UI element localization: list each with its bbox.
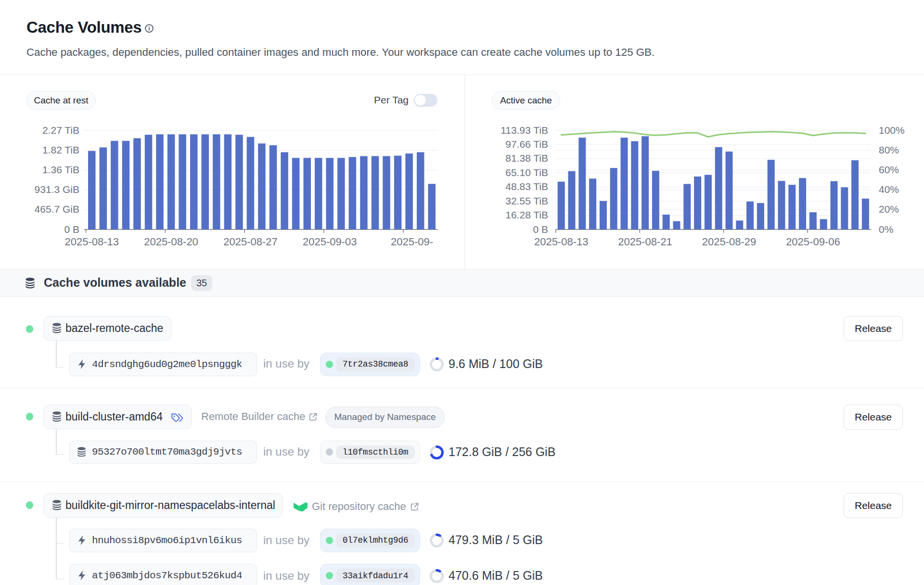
svg-text:1.82 TiB: 1.82 TiB bbox=[42, 144, 79, 155]
svg-text:32.55 TiB: 32.55 TiB bbox=[505, 195, 548, 206]
svg-text:2025-08-13: 2025-08-13 bbox=[534, 236, 589, 248]
svg-text:2025-08-13: 2025-08-13 bbox=[65, 236, 119, 248]
svg-text:2025-08-27: 2025-08-27 bbox=[223, 236, 278, 248]
svg-text:2025-09-: 2025-09- bbox=[391, 236, 433, 248]
svg-text:16.28 TiB: 16.28 TiB bbox=[505, 209, 548, 220]
svg-text:20%: 20% bbox=[879, 203, 899, 215]
svg-text:931.3 GiB: 931.3 GiB bbox=[35, 184, 79, 195]
svg-text:60%: 60% bbox=[879, 164, 899, 175]
svg-text:48.83 TiB: 48.83 TiB bbox=[505, 181, 548, 192]
svg-text:2025-08-21: 2025-08-21 bbox=[618, 236, 672, 248]
svg-text:0%: 0% bbox=[879, 224, 893, 235]
svg-text:80%: 80% bbox=[879, 144, 899, 155]
svg-text:81.38 TiB: 81.38 TiB bbox=[505, 153, 548, 164]
svg-text:465.7 GiB: 465.7 GiB bbox=[35, 203, 79, 215]
svg-text:113.93 TiB: 113.93 TiB bbox=[500, 125, 548, 136]
svg-text:2025-09-03: 2025-09-03 bbox=[303, 236, 357, 248]
svg-text:2025-08-20: 2025-08-20 bbox=[144, 236, 198, 248]
svg-text:65.10 TiB: 65.10 TiB bbox=[505, 167, 548, 178]
svg-text:0 B: 0 B bbox=[533, 224, 548, 235]
svg-text:97.66 TiB: 97.66 TiB bbox=[505, 139, 548, 150]
svg-text:2.27 TiB: 2.27 TiB bbox=[42, 125, 79, 136]
svg-text:1.36 TiB: 1.36 TiB bbox=[42, 164, 79, 175]
svg-text:0 B: 0 B bbox=[64, 224, 79, 235]
svg-text:100%: 100% bbox=[879, 125, 905, 136]
svg-text:2025-08-29: 2025-08-29 bbox=[702, 236, 757, 248]
svg-text:40%: 40% bbox=[879, 184, 899, 195]
svg-text:2025-09-06: 2025-09-06 bbox=[786, 236, 840, 248]
